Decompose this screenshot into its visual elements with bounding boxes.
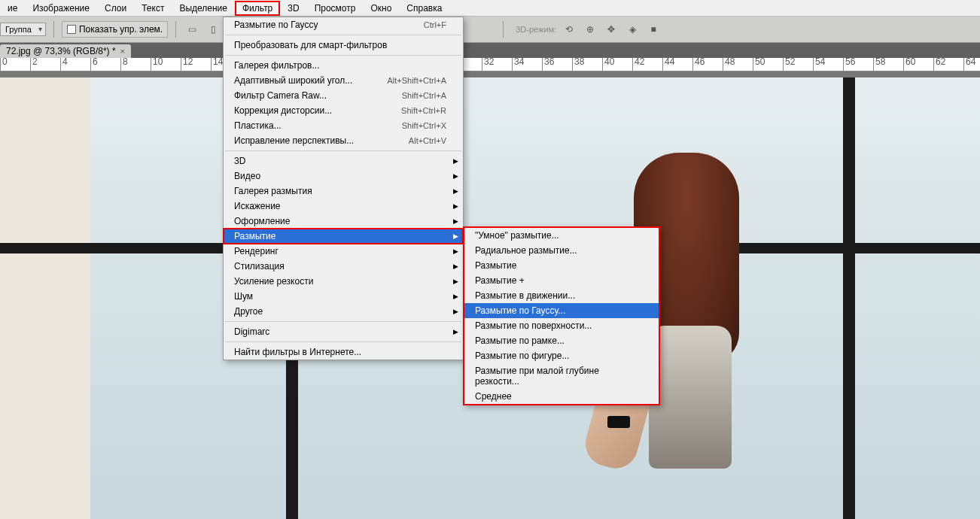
menu-item-адаптивный-широкий-угол-[interactable]: Адаптивный широкий угол...Alt+Shift+Ctrl…: [224, 73, 463, 88]
show-controls-checkbox-row[interactable]: Показать упр. элем.: [62, 21, 168, 38]
submenu-item-размытие-в-движении-[interactable]: Размытие в движении...: [464, 288, 659, 303]
submenu-item-размытие-по-поверхности-[interactable]: Размытие по поверхности...: [464, 318, 659, 333]
menu-item-стилизация[interactable]: Стилизация▶: [224, 259, 463, 274]
menu-item-label: Размытие по Гауссу: [234, 20, 318, 30]
ruler-tick: 8: [120, 58, 128, 71]
menu-item-видео[interactable]: Видео▶: [224, 168, 463, 184]
3d-roll-icon[interactable]: ⊕: [582, 21, 598, 38]
menu-item-image[interactable]: Изображение: [25, 1, 97, 16]
submenu-item-label: Размытие по рамке...: [475, 335, 565, 346]
submenu-item-label: Размытие по Гауссу...: [475, 305, 565, 316]
ruler-tick: 60: [903, 58, 915, 71]
image-watch: [607, 416, 630, 428]
image-body: [649, 326, 732, 469]
submenu-item-размытие-по-фигуре-[interactable]: Размытие по фигуре...: [464, 348, 659, 363]
menu-item-галерея-размытия[interactable]: Галерея размытия▶: [224, 184, 463, 199]
ruler-tick: 40: [602, 58, 614, 71]
chevron-right-icon: ▶: [453, 328, 458, 335]
menu-separator: [225, 321, 461, 322]
chevron-right-icon: ▶: [453, 247, 458, 255]
divider: [53, 21, 54, 38]
menu-item-найти-фильтры-в-интернете-[interactable]: Найти фильтры в Интернете...: [224, 344, 463, 360]
menu-item-help[interactable]: Справка: [399, 1, 449, 16]
menu-item-усиление-резкости[interactable]: Усиление резкости▶: [224, 274, 463, 289]
menu-separator: [225, 55, 461, 56]
menu-item-пластика-[interactable]: Пластика...Shift+Ctrl+X: [224, 118, 463, 133]
submenu-item-label: Среднее: [475, 391, 512, 402]
menu-item-шум[interactable]: Шум▶: [224, 289, 463, 304]
menu-item-3d[interactable]: 3D: [280, 1, 306, 16]
menu-shortcut: Shift+Ctrl+R: [401, 106, 446, 115]
ruler-tick: 32: [482, 58, 494, 71]
ruler-tick: 52: [783, 58, 795, 71]
3d-pan-icon[interactable]: ✥: [603, 21, 619, 38]
ruler-tick: 4: [60, 58, 68, 71]
ruler-tick: 34: [512, 58, 524, 71]
menu-item-digimarc[interactable]: Digimarc▶: [224, 324, 463, 339]
menu-item-label: Фильтр Camera Raw...: [234, 90, 327, 101]
submenu-item-label: Размытие по поверхности...: [475, 320, 592, 331]
menu-shortcut: Shift+Ctrl+X: [402, 121, 446, 130]
menu-item-layers[interactable]: Слои: [97, 1, 134, 16]
3d-slide-icon[interactable]: ◈: [624, 21, 641, 38]
ruler-tick: 48: [723, 58, 735, 71]
document-tab[interactable]: 72.jpg @ 73,3% (RGB/8*) * ×: [0, 44, 131, 58]
menu-item-view[interactable]: Просмотр: [307, 1, 364, 16]
submenu-item-размытие-при-малой-глубине-резкости-[interactable]: Размытие при малой глубине резкости...: [464, 363, 659, 389]
menu-item-искажение[interactable]: Искажение▶: [224, 199, 463, 214]
menu-item-filter[interactable]: Фильтр: [235, 1, 280, 16]
menu-item-label: Стилизация: [234, 261, 285, 272]
ruler-tick: 6: [90, 58, 98, 71]
submenu-item--умное-размытие-[interactable]: "Умное" размытие...: [464, 228, 659, 243]
menu-item-оформление[interactable]: Оформление▶: [224, 214, 463, 229]
menu-item-исправление-перспективы-[interactable]: Исправление перспективы...Alt+Ctrl+V: [224, 133, 463, 148]
menu-item-label: Искажение: [234, 201, 281, 211]
submenu-item-label: Радиальное размытие...: [475, 245, 577, 256]
submenu-item-радиальное-размытие-[interactable]: Радиальное размытие...: [464, 243, 659, 258]
align-icon-1[interactable]: ▭: [184, 21, 200, 38]
ruler-tick: 46: [692, 58, 705, 71]
align-icon-2[interactable]: ▯: [205, 21, 221, 38]
menu-item-преобразовать-для-смарт-фильтров[interactable]: Преобразовать для смарт-фильтров: [224, 38, 463, 53]
menu-item-размытие[interactable]: Размытие▶: [224, 229, 463, 244]
menu-item-коррекция-дисторсии-[interactable]: Коррекция дисторсии...Shift+Ctrl+R: [224, 103, 463, 118]
menu-item-label: 3D: [234, 156, 245, 166]
show-controls-checkbox[interactable]: [67, 25, 76, 34]
menu-item-select[interactable]: Выделение: [172, 1, 235, 16]
menu-separator: [225, 35, 461, 35]
menu-item-label: Видео: [234, 171, 260, 181]
menu-item-edit-partial[interactable]: ие: [0, 1, 25, 16]
menu-item-window[interactable]: Окно: [363, 1, 399, 16]
menu-item-text[interactable]: Текст: [134, 1, 172, 16]
blur-submenu-dropdown: "Умное" размытие...Радиальное размытие..…: [463, 226, 660, 405]
submenu-item-размытие-[interactable]: Размытие +: [464, 273, 659, 288]
3d-camera-icon[interactable]: ■: [645, 21, 662, 38]
submenu-item-label: Размытие при малой глубине резкости...: [475, 366, 642, 387]
chevron-right-icon: ▶: [453, 308, 458, 315]
ruler-tick: 14: [211, 58, 223, 71]
menu-item-label: Преобразовать для смарт-фильтров: [234, 40, 387, 50]
submenu-item-среднее[interactable]: Среднее: [464, 389, 659, 404]
menu-item-3d[interactable]: 3D▶: [224, 153, 463, 168]
menu-separator: [225, 150, 461, 151]
submenu-item-размытие-по-гауссу-[interactable]: Размытие по Гауссу...: [464, 303, 659, 318]
submenu-item-размытие-по-рамке-[interactable]: Размытие по рамке...: [464, 333, 659, 348]
close-icon[interactable]: ×: [120, 47, 125, 56]
submenu-item-label: "Умное" размытие...: [475, 230, 559, 241]
menu-item-размытие-по-гауссу[interactable]: Размытие по ГауссуCtrl+F: [224, 17, 463, 32]
menu-item-рендеринг[interactable]: Рендеринг▶: [224, 244, 463, 259]
menu-item-label: Рендеринг: [234, 246, 278, 256]
menu-item-фильтр-camera-raw-[interactable]: Фильтр Camera Raw...Shift+Ctrl+A: [224, 88, 463, 103]
menu-item-label: Другое: [234, 306, 263, 317]
group-select[interactable]: Группа: [0, 23, 46, 36]
chevron-right-icon: ▶: [453, 187, 458, 195]
chevron-right-icon: ▶: [453, 232, 458, 240]
submenu-item-размытие[interactable]: Размытие: [464, 258, 659, 273]
menu-item-другое[interactable]: Другое▶: [224, 304, 463, 319]
menu-item-галерея-фильтров-[interactable]: Галерея фильтров...: [224, 58, 463, 73]
ruler-tick: 0: [0, 58, 8, 71]
document-tab-title: 72.jpg @ 73,3% (RGB/8*) *: [6, 46, 116, 56]
menu-item-label: Галерея фильтров...: [234, 60, 319, 71]
3d-orbit-icon[interactable]: ⟲: [561, 21, 577, 38]
ruler-tick: 42: [632, 58, 644, 71]
